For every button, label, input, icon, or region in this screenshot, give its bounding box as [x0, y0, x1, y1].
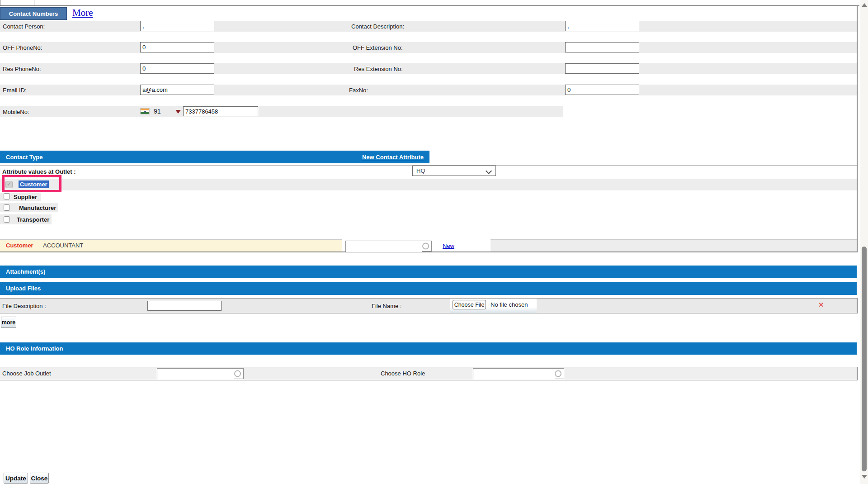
close-button-label: Close	[31, 475, 48, 482]
transporter-checkbox-label[interactable]: Transporter	[17, 216, 49, 223]
top-left-stub-line	[0, 0, 0, 5]
job-outlet-input[interactable]	[157, 369, 234, 380]
manufacturer-checkbox-label[interactable]: Manufacturer	[19, 204, 56, 211]
attribute-category-label: Customer	[6, 242, 33, 249]
new-contact-attribute-link[interactable]: New Contact Attribute	[362, 154, 424, 161]
mobile-country-code: 91	[154, 108, 161, 115]
contact-person-label: Contact Person:	[3, 23, 45, 30]
scrollbar-thumb[interactable]	[862, 247, 867, 471]
attribute-value-label: ACCOUNTANT	[43, 242, 83, 249]
scrollbar-down-arrow-icon[interactable]	[862, 475, 867, 479]
ho-role-search-field[interactable]	[473, 368, 564, 379]
file-description-label: File Description :	[2, 303, 46, 309]
upload-files-header-bar: Upload Files	[0, 282, 857, 295]
outlet-select-value: HQ	[416, 167, 425, 174]
upload-files-title: Upload Files	[6, 285, 41, 292]
off-phone-label: OFF PhoneNo:	[3, 44, 42, 51]
contact-description-label: Contact Description:	[351, 23, 404, 30]
update-button[interactable]: Update	[4, 473, 28, 484]
supplier-checkbox[interactable]	[4, 193, 10, 199]
country-dropdown-arrow-icon[interactable]	[175, 110, 181, 114]
top-divider-line	[0, 5, 859, 6]
fax-input[interactable]	[565, 85, 639, 95]
res-extension-input[interactable]	[565, 63, 639, 74]
res-extension-label: Res Extension No:	[354, 66, 403, 72]
attribute-values-label: Attribute values at Outlet :	[2, 168, 76, 175]
row-off-phone	[0, 42, 857, 53]
attachments-header-bar: Attachment(s)	[0, 266, 857, 278]
file-name-label: File Name :	[372, 303, 401, 309]
res-phone-label: Res PhoneNo:	[3, 66, 41, 72]
email-input[interactable]	[140, 85, 214, 95]
customer-row-band	[0, 179, 857, 190]
contact-type-title: Contact Type	[6, 154, 42, 161]
email-label: Email ID:	[3, 87, 27, 94]
row-email	[0, 85, 857, 95]
ho-role-header-bar: HO Role Information	[0, 342, 857, 355]
new-attribute-value-link[interactable]: New	[443, 242, 454, 249]
off-phone-input[interactable]	[140, 42, 214, 52]
attachments-title: Attachment(s)	[6, 268, 45, 275]
ho-role-input[interactable]	[473, 369, 555, 380]
search-icon	[422, 243, 429, 250]
contact-description-input[interactable]	[565, 21, 639, 31]
job-outlet-search-icon	[234, 370, 241, 377]
ho-role-row	[0, 367, 858, 380]
row-mobile	[0, 106, 563, 117]
customer-checkbox[interactable]: ✓	[5, 181, 13, 188]
fax-label: FaxNo:	[349, 87, 368, 94]
upload-file-row	[0, 298, 858, 313]
tab-contact-numbers-label: Contact Numbers	[9, 10, 58, 17]
tab-contact-numbers[interactable]: Contact Numbers	[0, 7, 67, 20]
india-flag-icon	[140, 108, 150, 114]
more-button-label: more	[2, 319, 16, 326]
contact-type-header-bar: Contact Type New Contact Attribute	[0, 151, 429, 163]
close-button[interactable]: Close	[30, 473, 49, 484]
attribute-search-input[interactable]	[346, 241, 422, 252]
row-contact-person	[0, 21, 857, 32]
remove-attachment-icon[interactable]: ✕	[818, 301, 824, 309]
contact-edit-page: Contact Numbers More Contact Person: Con…	[0, 0, 868, 484]
outlet-select[interactable]: HQ	[412, 166, 496, 176]
job-outlet-search-field[interactable]	[157, 368, 244, 379]
update-button-label: Update	[5, 475, 26, 482]
tab-more-link[interactable]: More	[72, 7, 93, 19]
manufacturer-checkbox[interactable]	[4, 204, 10, 211]
row-res-phone	[0, 63, 857, 74]
ho-role-search-icon	[555, 370, 561, 377]
mobile-input[interactable]	[183, 106, 258, 116]
customer-checkbox-label[interactable]: Customer	[19, 180, 49, 188]
mobile-label: MobileNo:	[3, 109, 29, 115]
job-outlet-label: Choose Job Outlet	[2, 370, 51, 377]
attribute-row-bottom-border	[0, 251, 858, 252]
choose-file-button[interactable]: Choose File	[453, 300, 486, 309]
ho-role-label: Choose HO Role	[381, 370, 425, 377]
scrollbar-up-arrow-icon[interactable]	[862, 3, 867, 7]
content-right-border	[857, 6, 858, 252]
ho-role-title: HO Role Information	[6, 345, 63, 352]
choose-file-button-label: Choose File	[454, 302, 485, 308]
no-file-chosen-text: No file chosen	[491, 301, 528, 308]
top-stub-line	[34, 0, 34, 5]
res-phone-input[interactable]	[140, 63, 214, 74]
transporter-checkbox[interactable]	[4, 216, 10, 223]
off-extension-label: OFF Extension No:	[353, 44, 403, 51]
file-description-input[interactable]	[147, 301, 222, 311]
more-button[interactable]: more	[1, 317, 16, 328]
chevron-down-icon	[486, 168, 492, 174]
attribute-search-field[interactable]	[345, 241, 432, 251]
off-extension-input[interactable]	[565, 42, 639, 52]
contact-person-input[interactable]	[140, 21, 214, 31]
attribute-row-right-cell	[491, 239, 857, 251]
supplier-checkbox-label[interactable]: Supplier	[14, 194, 37, 200]
